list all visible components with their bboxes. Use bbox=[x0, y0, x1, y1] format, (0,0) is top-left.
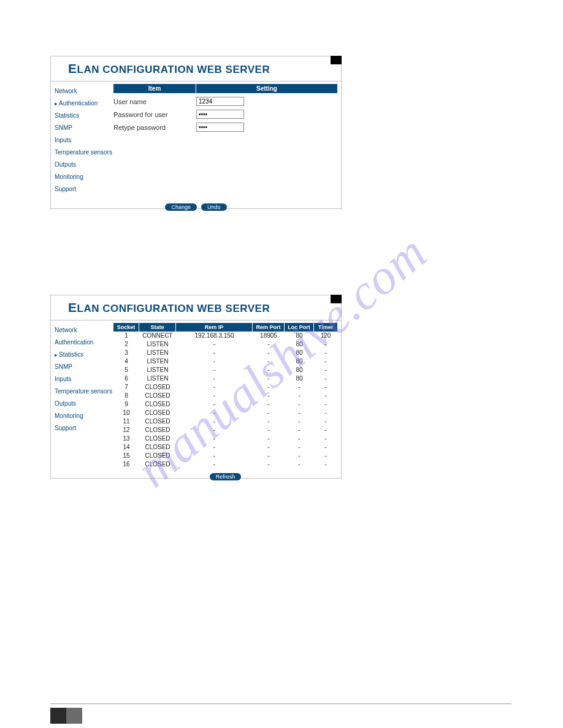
title-prefix: E bbox=[68, 300, 77, 314]
cell-state: LISTEN bbox=[139, 340, 176, 349]
cell-socket: 13 bbox=[113, 434, 139, 443]
retype-password-input[interactable] bbox=[196, 123, 244, 132]
auth-content: Item Setting User name Password for user… bbox=[113, 82, 341, 199]
cell-state: CLOSED bbox=[139, 426, 176, 434]
cell-remip: - bbox=[176, 460, 253, 469]
cell-locport: 80 bbox=[285, 357, 314, 366]
cell-socket: 15 bbox=[113, 452, 139, 460]
stats-hdr-timer: Timer bbox=[314, 323, 337, 332]
stats-hdr-socket: Socket bbox=[113, 323, 139, 332]
nav-network[interactable]: Network bbox=[53, 85, 113, 97]
nav-support[interactable]: Support bbox=[53, 183, 113, 195]
nav-monitoring[interactable]: Monitoring bbox=[53, 410, 113, 422]
nav-inputs[interactable]: Inputs bbox=[53, 134, 113, 146]
nav-statistics[interactable]: Statistics bbox=[53, 349, 113, 361]
cell-remip: - bbox=[176, 357, 253, 366]
cell-remip: - bbox=[176, 434, 253, 443]
nav-support[interactable]: Support bbox=[53, 422, 113, 434]
cell-socket: 4 bbox=[113, 357, 139, 366]
cell-remip: - bbox=[176, 349, 253, 357]
cell-remip: 192.168.3.150 bbox=[176, 332, 253, 340]
panel-title: ELAN CONFIGURATION WEB SERVER bbox=[51, 295, 341, 320]
table-row: 15CLOSED---- bbox=[113, 452, 337, 460]
user-name-input[interactable] bbox=[196, 97, 244, 106]
cell-locport: - bbox=[285, 383, 314, 392]
cell-remport: - bbox=[253, 357, 285, 366]
cell-remport: 18905 bbox=[253, 332, 285, 340]
table-row: 4LISTEN--80- bbox=[113, 357, 337, 366]
stats-hdr-state: State bbox=[139, 323, 176, 332]
cell-timer: - bbox=[314, 392, 337, 400]
user-name-label: User name bbox=[113, 98, 196, 105]
cell-locport: - bbox=[285, 400, 314, 409]
cell-socket: 3 bbox=[113, 349, 139, 357]
cell-state: CLOSED bbox=[139, 383, 176, 392]
cell-remport: - bbox=[253, 409, 285, 417]
nav-snmp[interactable]: SNMP bbox=[53, 361, 113, 373]
table-row: 10CLOSED---- bbox=[113, 409, 337, 417]
cell-remport: - bbox=[253, 460, 285, 469]
cell-locport: - bbox=[285, 426, 314, 434]
cell-timer: - bbox=[314, 349, 337, 357]
cell-locport: - bbox=[285, 452, 314, 460]
table-row: 14CLOSED---- bbox=[113, 443, 337, 452]
cell-socket: 10 bbox=[113, 409, 139, 417]
cell-locport: 80 bbox=[285, 340, 314, 349]
cell-timer: - bbox=[314, 417, 337, 426]
cell-timer: - bbox=[314, 443, 337, 452]
cell-remip: - bbox=[176, 417, 253, 426]
table-row: 7CLOSED---- bbox=[113, 383, 337, 392]
nav-inputs[interactable]: Inputs bbox=[53, 373, 113, 385]
cell-remip: - bbox=[176, 366, 253, 374]
refresh-button[interactable]: Refresh bbox=[210, 473, 242, 480]
cell-remport: - bbox=[253, 392, 285, 400]
nav-temperature[interactable]: Temperature sensors bbox=[53, 146, 113, 159]
cell-locport: - bbox=[285, 460, 314, 469]
cell-state: LISTEN bbox=[139, 349, 176, 357]
nav-monitoring[interactable]: Monitoring bbox=[53, 171, 113, 183]
stats-content: Socket State Rem IP Rem Port Loc Port Ti… bbox=[113, 320, 341, 485]
nav-authentication[interactable]: Authentication bbox=[53, 336, 113, 349]
cell-timer: 120 bbox=[314, 332, 337, 340]
nav-outputs[interactable]: Outputs bbox=[53, 398, 113, 410]
change-button[interactable]: Change bbox=[165, 203, 197, 211]
cell-remip: - bbox=[176, 374, 253, 383]
table-row: 8CLOSED---- bbox=[113, 392, 337, 400]
auth-hdr-setting: Setting bbox=[196, 84, 337, 93]
cell-state: CLOSED bbox=[139, 452, 176, 460]
cell-remip: - bbox=[176, 409, 253, 417]
table-row: 2LISTEN--80- bbox=[113, 340, 337, 349]
undo-button[interactable]: Undo bbox=[201, 203, 227, 211]
cell-remip: - bbox=[176, 383, 253, 392]
stats-rows: 1CONNECT192.168.3.15018905801202LISTEN--… bbox=[113, 332, 337, 469]
nav-snmp[interactable]: SNMP bbox=[53, 122, 113, 134]
cell-socket: 8 bbox=[113, 392, 139, 400]
cell-locport: - bbox=[285, 409, 314, 417]
cell-timer: - bbox=[314, 452, 337, 460]
cell-timer: - bbox=[314, 383, 337, 392]
nav-network[interactable]: Network bbox=[53, 324, 113, 336]
retype-password-label: Retype password bbox=[113, 124, 196, 131]
title-rest: LAN CONFIGURATION WEB SERVER bbox=[77, 303, 270, 314]
cell-timer: - bbox=[314, 400, 337, 409]
stats-hdr-remport: Rem Port bbox=[253, 323, 285, 332]
cell-remport: - bbox=[253, 443, 285, 452]
cell-remport: - bbox=[253, 340, 285, 349]
corner-tab bbox=[331, 56, 342, 64]
password-input[interactable] bbox=[196, 110, 244, 119]
cell-timer: - bbox=[314, 374, 337, 383]
cell-socket: 5 bbox=[113, 366, 139, 374]
nav-statistics[interactable]: Statistics bbox=[53, 110, 113, 122]
cell-locport: - bbox=[285, 417, 314, 426]
cell-socket: 7 bbox=[113, 383, 139, 392]
cell-socket: 14 bbox=[113, 443, 139, 452]
nav-authentication[interactable]: Authentication bbox=[53, 97, 113, 110]
cell-state: CLOSED bbox=[139, 409, 176, 417]
cell-state: LISTEN bbox=[139, 357, 176, 366]
password-label: Password for user bbox=[113, 111, 196, 118]
nav-outputs[interactable]: Outputs bbox=[53, 159, 113, 171]
cell-timer: - bbox=[314, 426, 337, 434]
cell-timer: - bbox=[314, 434, 337, 443]
title-rest: LAN CONFIGURATION WEB SERVER bbox=[77, 64, 270, 75]
nav-temperature[interactable]: Temperature sensors bbox=[53, 385, 113, 398]
